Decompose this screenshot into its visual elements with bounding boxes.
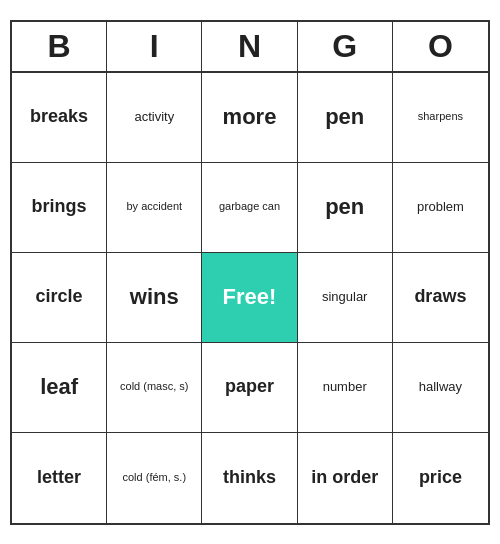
bingo-cell: more — [202, 73, 297, 163]
bingo-grid: breaksactivitymorepensharpensbringsby ac… — [12, 73, 488, 523]
bingo-cell: paper — [202, 343, 297, 433]
header-letter: G — [298, 22, 393, 71]
bingo-cell: problem — [393, 163, 488, 253]
header-letter: N — [202, 22, 297, 71]
bingo-cell: draws — [393, 253, 488, 343]
header-letter: I — [107, 22, 202, 71]
bingo-cell: pen — [298, 73, 393, 163]
bingo-cell: wins — [107, 253, 202, 343]
bingo-cell: leaf — [12, 343, 107, 433]
bingo-cell: number — [298, 343, 393, 433]
bingo-cell: activity — [107, 73, 202, 163]
header-letter: B — [12, 22, 107, 71]
bingo-cell: pen — [298, 163, 393, 253]
bingo-cell: circle — [12, 253, 107, 343]
bingo-cell: price — [393, 433, 488, 523]
bingo-cell: cold (fém, s.) — [107, 433, 202, 523]
bingo-cell: letter — [12, 433, 107, 523]
bingo-cell: hallway — [393, 343, 488, 433]
bingo-cell: breaks — [12, 73, 107, 163]
bingo-cell: garbage can — [202, 163, 297, 253]
bingo-cell: cold (masc, s) — [107, 343, 202, 433]
bingo-cell: thinks — [202, 433, 297, 523]
bingo-cell: singular — [298, 253, 393, 343]
bingo-header: BINGO — [12, 22, 488, 73]
bingo-card: BINGO breaksactivitymorepensharpensbring… — [10, 20, 490, 525]
bingo-cell: in order — [298, 433, 393, 523]
bingo-cell: brings — [12, 163, 107, 253]
header-letter: O — [393, 22, 488, 71]
bingo-cell: by accident — [107, 163, 202, 253]
bingo-cell: Free! — [202, 253, 297, 343]
bingo-cell: sharpens — [393, 73, 488, 163]
